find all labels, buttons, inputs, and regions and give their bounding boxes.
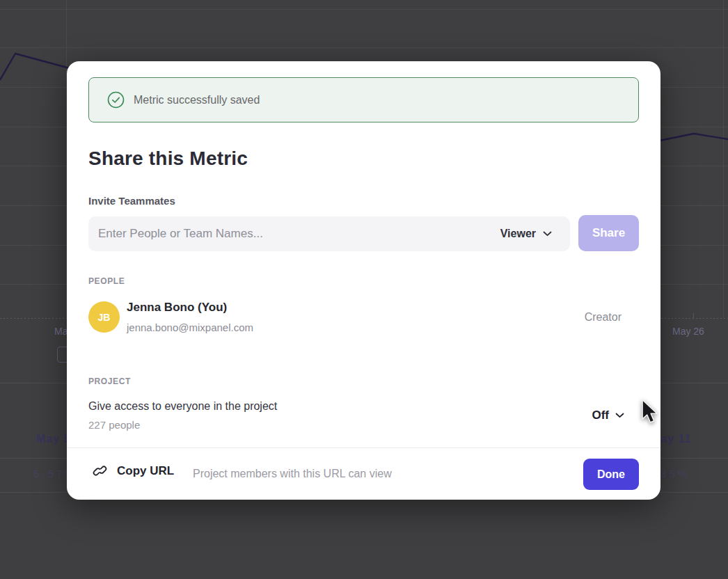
- x-axis-label: May 26: [672, 326, 704, 337]
- role-dropdown-value: Viewer: [500, 228, 536, 240]
- dialog-title: Share this Metric: [88, 148, 248, 170]
- table-cell-value: 35%: [660, 468, 690, 479]
- url-permission-hint: Project members with this URL can view: [193, 468, 392, 480]
- copy-url-button[interactable]: Copy URL: [93, 463, 174, 478]
- project-people-count: 227 people: [88, 419, 140, 431]
- avatar-initials: JB: [98, 312, 111, 323]
- done-button[interactable]: Done: [583, 459, 639, 490]
- success-banner: Metric successfully saved: [88, 77, 639, 122]
- project-access-title: Give access to everyone in the project: [88, 400, 277, 413]
- share-metric-dialog: Metric successfully saved Share this Met…: [67, 61, 660, 500]
- role-dropdown[interactable]: Viewer: [495, 216, 570, 251]
- invite-input-container: Viewer: [88, 216, 570, 251]
- project-section-label: PROJECT: [88, 376, 131, 386]
- project-access-dropdown[interactable]: Off: [592, 409, 624, 422]
- share-button[interactable]: Share: [578, 215, 639, 251]
- check-circle-icon: [107, 91, 125, 109]
- person-name: Jenna Bono (You): [127, 301, 227, 315]
- invite-people-input[interactable]: [88, 216, 495, 251]
- invite-teammates-label: Invite Teammates: [88, 195, 175, 207]
- x-axis-label: Ma: [54, 326, 68, 337]
- person-role-badge: Creator: [585, 311, 622, 324]
- chevron-down-icon: [543, 231, 552, 237]
- project-access-value: Off: [592, 409, 609, 422]
- table-column-header: May 5: [36, 433, 70, 445]
- link-icon: [93, 463, 107, 478]
- person-email: jenna.bono@mixpanel.com: [127, 322, 253, 333]
- avatar: JB: [88, 301, 120, 333]
- footer-divider: [67, 447, 660, 448]
- screen: Ma May 26 May 5 May 11 5.57% 35% Metric …: [0, 0, 728, 579]
- banner-message: Metric successfully saved: [134, 94, 260, 106]
- people-section-label: PEOPLE: [88, 276, 125, 286]
- copy-url-label: Copy URL: [117, 464, 174, 478]
- chevron-down-icon: [615, 413, 624, 418]
